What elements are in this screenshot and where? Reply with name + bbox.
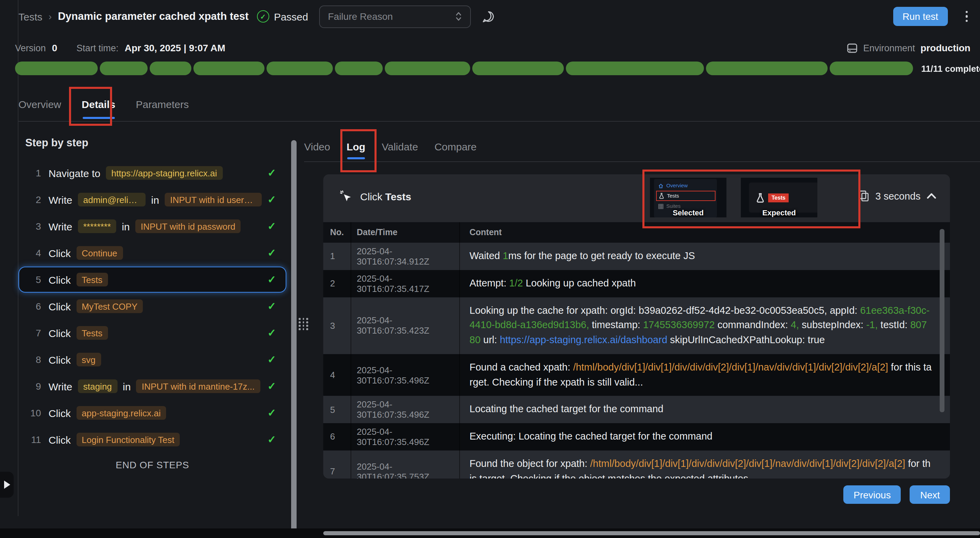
- breadcrumb[interactable]: Tests: [19, 11, 42, 22]
- step-row[interactable]: 7ClickTests✓: [19, 320, 286, 346]
- environment-label: Environment: [863, 43, 915, 53]
- log-row-timestamp: 2025-04-30T16:07:34.912Z: [351, 243, 460, 270]
- check-icon: ✓: [262, 274, 276, 286]
- step-action: Click: [49, 247, 71, 259]
- log-row-number: 4: [323, 354, 351, 396]
- horizontal-scrollbar[interactable]: [323, 531, 980, 535]
- tab-compare[interactable]: Compare: [434, 131, 476, 161]
- step-number: 10: [26, 407, 41, 419]
- panel-resize-handle-icon[interactable]: [299, 318, 308, 330]
- main-tab-bar: Overview Details Parameters: [19, 88, 980, 122]
- failure-reason-select[interactable]: Failure Reason: [319, 5, 471, 28]
- log-row: 32025-04-30T16:07:35.423ZLooking up the …: [323, 297, 950, 354]
- step-row[interactable]: 9WritestaginginINPUT with id mantine-17z…: [19, 373, 286, 399]
- progress-track: [15, 62, 913, 75]
- command-target: Tests: [385, 190, 411, 202]
- expected-highlight: Tests: [768, 193, 789, 202]
- tab-video[interactable]: Video: [304, 131, 330, 161]
- previous-button[interactable]: Previous: [843, 485, 901, 504]
- mini-row-tests: Tests: [656, 191, 716, 201]
- log-row-content: Executing: Locating the cached target fo…: [460, 423, 950, 450]
- log-link[interactable]: https://app-staging.relicx.ai/dashboard: [500, 334, 667, 345]
- cursor-click-icon: [340, 190, 352, 202]
- copy-icon[interactable]: [858, 190, 869, 202]
- log-card: Click Tests Overview Tests: [323, 174, 950, 479]
- step-row[interactable]: 11ClickLogin Functionality Test✓: [19, 427, 286, 452]
- step-value-chip: ********: [78, 220, 116, 233]
- progress-segment[interactable]: [385, 62, 470, 75]
- log-highlight: -1,: [866, 320, 878, 331]
- steps-scrollbar[interactable]: [291, 140, 297, 535]
- comment-icon[interactable]: [482, 10, 495, 23]
- tab-details[interactable]: Details: [82, 88, 115, 121]
- tab-log[interactable]: Log: [347, 131, 365, 161]
- progress-segment[interactable]: [472, 62, 564, 75]
- selected-caption: Selected: [650, 209, 727, 217]
- step-row[interactable]: 1Navigate tohttps://app-staging.relicx.a…: [19, 160, 286, 186]
- tab-parameters[interactable]: Parameters: [136, 88, 189, 121]
- duration-label: 3 seconds: [875, 190, 921, 201]
- progress-segment[interactable]: [566, 62, 704, 75]
- log-highlight: /html/body/div[1]/div[1]/div/div/div[2]/…: [590, 458, 905, 469]
- log-row-content: Attempt: 1/2 Looking up cached xpath: [460, 270, 950, 298]
- collapse-chevron-icon[interactable]: [927, 193, 936, 199]
- step-target-chip: MyTest COPY: [76, 299, 143, 313]
- next-button[interactable]: Next: [910, 485, 950, 504]
- step-row[interactable]: 10Clickapp-staging.relicx.ai✓: [19, 400, 286, 426]
- step-row[interactable]: 8Clicksvg✓: [19, 347, 286, 372]
- log-highlight: /html/body/div[1]/div[1]/div/div/div[2]/…: [573, 361, 888, 372]
- step-number: 9: [26, 381, 41, 392]
- progress-segment[interactable]: [100, 62, 148, 75]
- expected-thumbnail[interactable]: Tests Expected: [741, 178, 817, 217]
- more-options-icon[interactable]: [963, 8, 970, 24]
- check-icon: ✓: [262, 193, 276, 206]
- progress-segment[interactable]: [193, 62, 264, 75]
- check-icon: ✓: [262, 167, 276, 179]
- log-card-header[interactable]: Click Tests Overview Tests: [323, 174, 950, 223]
- log-row-content: Found the object for xpath: /html/body/d…: [460, 450, 950, 479]
- progress-segment[interactable]: [267, 62, 333, 75]
- step-target-chip: INPUT with id mantine-17z...: [136, 379, 260, 393]
- log-row: 12025-04-30T16:07:34.912ZWaited 1ms for …: [323, 243, 950, 270]
- log-row: 22025-04-30T16:07:35.417ZAttempt: 1/2 Lo…: [323, 270, 950, 298]
- step-row[interactable]: 4ClickContinue✓: [19, 240, 286, 266]
- progress-segment[interactable]: [335, 62, 383, 75]
- step-row[interactable]: 2Writeadmin@relicx.aiinINPUT with id use…: [19, 186, 286, 213]
- step-row[interactable]: 5ClickTests✓: [19, 267, 286, 293]
- run-test-button[interactable]: Run test: [893, 7, 948, 26]
- step-row[interactable]: 3Write********inINPUT with id password✓: [19, 213, 286, 239]
- selected-thumbnail[interactable]: Overview Tests Suites Selected: [650, 178, 727, 217]
- step-connector: in: [123, 380, 130, 392]
- log-row-number: 1: [323, 243, 351, 270]
- step-target-chip: Login Functionality Test: [76, 433, 180, 446]
- log-row-number: 6: [323, 423, 351, 450]
- step-action: Navigate to: [49, 167, 100, 179]
- progress-segment[interactable]: [150, 62, 191, 75]
- log-row-content: Found a cached xpath: /html/body/div[1]/…: [460, 354, 950, 396]
- command-action: Click: [360, 190, 382, 202]
- check-icon: ✓: [262, 380, 276, 392]
- run-meta-row: Version 0 Start time: Apr 30, 2025 | 9:0…: [15, 42, 970, 53]
- step-target-chip: INPUT with id password: [135, 220, 241, 233]
- step-number: 1: [26, 167, 41, 178]
- progress-segment[interactable]: [830, 62, 913, 75]
- progress-segment[interactable]: [15, 62, 98, 75]
- step-action: Click: [49, 434, 71, 446]
- expected-caption: Expected: [741, 209, 817, 217]
- column-header-content: Content: [460, 222, 950, 243]
- start-time-value: Apr 30, 2025 | 9:07 AM: [125, 42, 226, 53]
- step-action: Click: [49, 327, 71, 339]
- tab-overview[interactable]: Overview: [19, 88, 61, 121]
- log-scrollbar[interactable]: [940, 229, 945, 412]
- panel-expander-button[interactable]: [0, 472, 14, 498]
- tab-validate[interactable]: Validate: [382, 131, 418, 161]
- step-number: 6: [26, 301, 41, 312]
- step-number: 4: [26, 247, 41, 258]
- log-row: 52025-04-30T16:07:35.496ZLocating the ca…: [323, 396, 950, 423]
- log-row: 72025-04-30T16:07:35.753ZFound the objec…: [323, 450, 950, 479]
- command-title: Click Tests: [340, 190, 411, 202]
- step-row[interactable]: 6ClickMyTest COPY✓: [19, 293, 286, 319]
- log-table: No. Date/Time Content 12025-04-30T16:07:…: [323, 222, 950, 479]
- progress-segment[interactable]: [706, 62, 827, 75]
- log-row-number: 7: [323, 450, 351, 479]
